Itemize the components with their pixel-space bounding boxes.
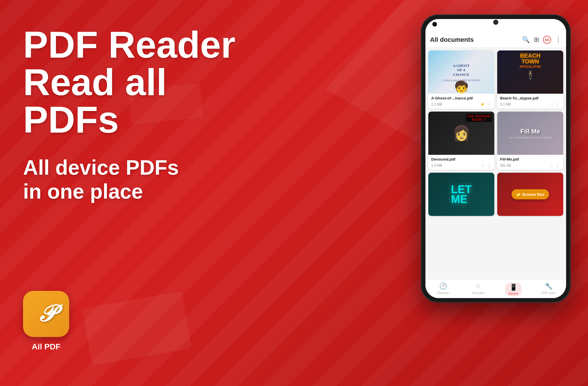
- book-cover-ghost: A Ghostof aChance A VIOLA VALENTINE MYST…: [428, 50, 494, 94]
- phone-container: All documents 🔍 ⊞ AD ⋮ A Gh: [421, 14, 571, 303]
- camera-hole: [432, 22, 437, 27]
- pdf-card-beach[interactable]: BEACHTOWN APOCALYPSE 🕴️ Beach-To...alyps…: [497, 50, 563, 109]
- book-cover-beach: BEACHTOWN APOCALYPSE 🕴️: [497, 50, 563, 94]
- pdf-card-devoured[interactable]: 👩 THE HUNGERBOOK 1 Devoured.pdf 1.4 MB ☆…: [428, 112, 494, 170]
- search-icon[interactable]: 🔍: [522, 36, 530, 44]
- pdf-actions-devoured: ☆ ⋮: [480, 163, 491, 168]
- pdf-row-2: 👩 THE HUNGERBOOK 1 Devoured.pdf 1.4 MB ☆…: [428, 112, 563, 170]
- cover-beach-title: BEACHTOWN: [520, 53, 540, 64]
- app-header: All documents 🔍 ⊞ AD ⋮: [425, 33, 566, 48]
- cover-ghost-title: A Ghostof aChance: [452, 62, 471, 78]
- star-icon-fillme[interactable]: ☆: [549, 163, 553, 168]
- nav-label-favorites: Favorites: [472, 291, 485, 295]
- pdf-actions-beach: ☆ ⋮: [549, 101, 560, 107]
- pdf-name-beach: Beach-To...alypse.pdf: [500, 96, 560, 100]
- sub-title: All device PDFs in one place: [23, 156, 239, 204]
- pdf-size-ghost: 1.1 MB: [431, 102, 442, 106]
- phone-frame: All documents 🔍 ⊞ AD ⋮ A Gh: [421, 14, 571, 303]
- book-cover-fillme: Fill Me SEX, LOVE AND ROCK & ROLL SERIES: [497, 112, 563, 155]
- ad-badge: AD: [543, 36, 551, 44]
- pdf-info-devoured: Devoured.pdf 1.4 MB ☆ ⋮: [428, 155, 494, 170]
- more-icon-devoured[interactable]: ⋮: [487, 163, 491, 168]
- cover-beach-figure: 🕴️: [525, 70, 536, 81]
- nav-item-favorites[interactable]: ☆ Favorites: [461, 283, 496, 296]
- pdf-name-ghost: A-Ghost-of-...hance.pdf: [431, 96, 491, 100]
- nav-item-pdftools[interactable]: 🔧 PDF tools: [531, 283, 566, 296]
- book-cover-devoured: 👩 THE HUNGERBOOK 1: [428, 112, 494, 155]
- grid-list-icon[interactable]: ⊞: [534, 36, 539, 44]
- more-icon-beach[interactable]: ⋮: [556, 101, 560, 107]
- more-icon[interactable]: ⋮: [555, 36, 561, 44]
- nav-item-recents[interactable]: 🕐 Recents: [425, 283, 461, 296]
- device-icon: 📱: [510, 284, 517, 291]
- more-icon-fillme[interactable]: ⋮: [556, 163, 560, 168]
- nav-active-pill: 📱 Device: [505, 283, 522, 296]
- cover-beach-sub: APOCALYPSE: [519, 65, 541, 68]
- nav-label-device: Device: [508, 292, 518, 295]
- star-icon-devoured[interactable]: ☆: [480, 163, 485, 168]
- cover-devoured-figure: 👩: [453, 125, 470, 142]
- bg-decoration-2: [82, 291, 191, 366]
- phone-status-bar: [425, 19, 566, 33]
- pdf-meta-beach: 3.1 MB ☆ ⋮: [500, 101, 560, 107]
- nav-label-recents: Recents: [437, 291, 449, 295]
- pdf-card-fillme[interactable]: Fill Me SEX, LOVE AND ROCK & ROLL SERIES…: [497, 112, 563, 170]
- pdftools-icon: 🔧: [545, 283, 553, 290]
- star-icon-ghost[interactable]: ★: [480, 101, 485, 107]
- pdf-card-browse: ... 📁 Browse files: [497, 173, 563, 216]
- cover-fillme-sub: SEX, LOVE AND ROCK & ROLL SERIES: [509, 136, 552, 139]
- main-title: PDF Reader Read all PDFs: [23, 26, 239, 138]
- app-icon: 𝒫: [23, 291, 69, 337]
- pdf-card-ghost[interactable]: A Ghostof aChance A VIOLA VALENTINE MYST…: [428, 50, 494, 109]
- cover-devoured-text: THE HUNGERBOOK 1: [466, 114, 492, 122]
- book-cover-letme: LETME: [428, 173, 494, 216]
- cover-fillme-title: Fill Me: [520, 128, 540, 135]
- pdf-info-beach: Beach-To...alypse.pdf 3.1 MB ☆ ⋮: [497, 94, 563, 109]
- cover-letme-title: LETME: [451, 184, 472, 204]
- pdf-size-fillme: 581 kB: [500, 163, 511, 167]
- cover-ghost-figure: 🧒: [454, 80, 469, 94]
- pdf-info-ghost: A-Ghost-of-...hance.pdf 1.1 MB ★ ⋮: [428, 94, 494, 109]
- pdf-row-3: LETME ... 📁 Browse files: [428, 173, 563, 216]
- pdf-row-1: A Ghostof aChance A VIOLA VALENTINE MYST…: [428, 50, 563, 109]
- pdf-size-beach: 3.1 MB: [500, 102, 511, 106]
- app-header-title: All documents: [430, 36, 474, 44]
- pdf-meta-devoured: 1.4 MB ☆ ⋮: [431, 163, 491, 168]
- app-header-icons: 🔍 ⊞ AD ⋮: [522, 36, 561, 44]
- nav-item-device[interactable]: 📱 Device: [496, 283, 531, 296]
- phone-screen: All documents 🔍 ⊞ AD ⋮ A Gh: [425, 19, 566, 298]
- left-content: PDF Reader Read all PDFs All device PDFs…: [23, 26, 239, 227]
- folder-icon: 📁: [516, 192, 521, 197]
- pdf-meta-ghost: 1.1 MB ★ ⋮: [431, 101, 491, 107]
- star-icon-beach[interactable]: ☆: [549, 101, 553, 107]
- pdf-actions-ghost: ★ ⋮: [480, 101, 491, 107]
- pdf-info-fillme: Fill-Me.pdf 581 kB ☆ ⋮: [497, 155, 563, 170]
- pdf-grid: A Ghostof aChance A VIOLA VALENTINE MYST…: [425, 48, 566, 279]
- favorites-icon: ☆: [475, 283, 481, 290]
- more-icon-ghost[interactable]: ⋮: [487, 101, 491, 107]
- recents-icon: 🕐: [439, 283, 447, 290]
- bottom-nav: 🕐 Recents ☆ Favorites 📱 Device 🔧 PDF too…: [425, 279, 566, 298]
- app-icon-container: 𝒫 All PDF: [23, 291, 69, 351]
- app-icon-symbol: 𝒫: [38, 301, 54, 327]
- app-icon-label: All PDF: [32, 342, 61, 351]
- pdf-name-devoured: Devoured.pdf: [431, 157, 491, 161]
- pdf-name-fillme: Fill-Me.pdf: [500, 157, 560, 161]
- pdf-meta-fillme: 581 kB ☆ ⋮: [500, 163, 560, 168]
- nav-label-pdftools: PDF tools: [542, 291, 555, 295]
- pdf-actions-fillme: ☆ ⋮: [549, 163, 560, 168]
- pdf-size-devoured: 1.4 MB: [431, 163, 442, 167]
- browse-files-button[interactable]: 📁 Browse files: [511, 189, 549, 199]
- pdf-card-letme[interactable]: LETME: [428, 173, 494, 216]
- browse-files-label: Browse files: [522, 192, 544, 197]
